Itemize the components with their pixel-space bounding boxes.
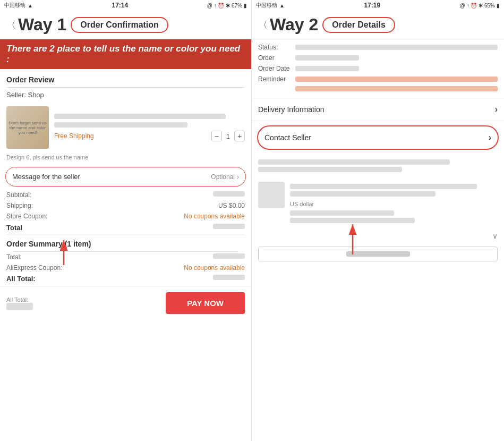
left-screen-title: Order Confirmation [80, 20, 159, 29]
right-price-blur [290, 210, 394, 216]
all-total-blur [213, 275, 245, 280]
aliexpress-coupon-row: AliExpress Coupon: No coupons available [6, 262, 245, 273]
left-carrier-text: 中国移动 [4, 2, 25, 9]
reminder-extra-blur [295, 86, 498, 91]
pay-total-section: All Total: [6, 296, 33, 310]
left-carrier-icons: 中国移动 ▲ [4, 2, 33, 9]
product-image: Don't forget send us the name and color … [6, 106, 49, 149]
right-desc-blur-1 [290, 184, 477, 189]
right-product-thumb [258, 182, 285, 208]
right-product-row: US dollar [252, 177, 504, 230]
total-row: Total [0, 222, 251, 234]
left-icons-text: @ ↑ ⏰ ✱ 67% [207, 3, 242, 9]
right-product-details: US dollar [290, 182, 498, 225]
pay-now-button[interactable]: PAY NOW [166, 292, 245, 314]
free-shipping-label: Free Shipping [54, 132, 94, 140]
status-label: Status: [258, 44, 295, 51]
pay-total-label: All Total: [6, 296, 33, 303]
store-coupon-value: No coupons available [184, 213, 245, 220]
right-status-icons: @ ↑ ⏰ ✱ 65% ▮ [460, 3, 500, 9]
all-total-row: All Total: [6, 273, 245, 284]
status-value-blur [295, 45, 498, 50]
message-seller-chevron: › [237, 173, 239, 181]
left-way-label: Way 1 [18, 15, 66, 35]
subtotal-label: Subtotal: [6, 191, 31, 199]
shipping-label: Shipping: [6, 202, 33, 209]
product-row: Don't forget send us the name and color … [0, 102, 251, 153]
summary-total-blur [213, 253, 245, 259]
delivery-chevron-icon: › [495, 105, 498, 114]
blurred-section [252, 154, 504, 177]
right-carrier-text: 中国移动 [256, 2, 277, 9]
right-time: 17:19 [364, 2, 380, 9]
message-seller-row[interactable]: Message for the seller Optional › [5, 167, 246, 186]
right-back-arrow[interactable]: 〈 [258, 19, 268, 31]
product-desc-blur-2 [54, 122, 187, 128]
subtotal-value-blur [213, 191, 245, 197]
reminder-row: Reminder [258, 75, 498, 83]
right-battery-icon: ▮ [497, 3, 500, 9]
blur-block-2 [258, 167, 402, 172]
right-desc-blur-2 [290, 191, 435, 197]
product-image-label: Don't forget send us the name and color … [6, 120, 49, 136]
left-battery-icon: ▮ [244, 3, 247, 9]
aliexpress-coupon-label: AliExpress Coupon: [6, 264, 62, 272]
contact-seller-chevron-icon: › [489, 133, 491, 142]
reminder-label: Reminder [258, 75, 295, 83]
store-coupon-label: Store Coupon: [6, 213, 47, 220]
input-blur [346, 251, 410, 257]
total-value-blur [213, 224, 245, 229]
dropdown-row: ∨ [252, 230, 504, 242]
contact-seller-row[interactable]: Contact Seller › [257, 125, 499, 150]
order-info-row: Order [258, 54, 498, 62]
quantity-control[interactable]: − 1 + [211, 131, 245, 141]
reminder-value-blur [295, 77, 498, 82]
right-screen-title-oval: Order Details [322, 17, 395, 33]
left-screen-title-oval: Order Confirmation [71, 17, 168, 33]
order-label: Order [258, 54, 295, 62]
design-note: Design 6, pls send us the name [0, 153, 251, 164]
shipping-value: US $0.00 [218, 202, 245, 209]
order-date-value-blur [295, 66, 359, 71]
right-header: 〈 Way 2 Order Details [252, 11, 504, 39]
product-details: Free Shipping − 1 + [54, 114, 245, 141]
right-status-info: Status: Order Order Date Reminder [252, 39, 504, 98]
left-time: 17:14 [112, 2, 128, 9]
chevron-down-icon[interactable]: ∨ [492, 232, 498, 240]
aliexpress-coupon-value: No coupons available [184, 264, 245, 272]
summary-total-label: Total: [6, 253, 22, 261]
qty-plus-btn[interactable]: + [234, 131, 245, 141]
subtotal-row: Subtotal: [0, 190, 251, 200]
left-status-icons: @ ↑ ⏰ ✱ 67% ▮ [207, 3, 247, 9]
message-seller-optional: Optional [211, 173, 235, 181]
right-wifi-icon: ▲ [279, 3, 285, 9]
pay-total-value-blur [6, 303, 33, 310]
right-extra-blur [290, 218, 415, 223]
red-banner-text: There are 2 place to tell us the name or… [6, 44, 245, 65]
order-summary-title: Order Summary (1 item) [6, 240, 245, 251]
right-way-label: Way 2 [270, 15, 318, 35]
summary-total-row: Total: [6, 252, 245, 262]
right-screen-title: Order Details [332, 20, 385, 29]
message-seller-label: Message for the seller [12, 173, 80, 181]
seller-row: Seller: Shop [0, 88, 251, 102]
pay-now-area: All Total: PAY NOW [0, 286, 251, 319]
right-content: Status: Order Order Date Reminder [252, 39, 504, 441]
left-wifi-icon: ▲ [28, 3, 33, 9]
store-coupon-row: Store Coupon: No coupons available [0, 211, 251, 222]
right-icons-text: @ ↑ ⏰ ✱ 65% [460, 3, 495, 9]
input-box[interactable] [258, 247, 498, 261]
message-seller-right: Optional › [211, 173, 239, 181]
order-review-title: Order Review [0, 69, 251, 87]
left-back-arrow[interactable]: 〈 [6, 19, 16, 31]
red-banner: There are 2 place to tell us the name or… [0, 39, 251, 69]
left-header: 〈 Way 1 Order Confirmation [0, 11, 251, 39]
shipping-row: Shipping: US $0.00 [0, 200, 251, 211]
qty-value: 1 [226, 132, 230, 140]
order-value-blur [295, 55, 359, 61]
product-desc-blur-1 [54, 114, 226, 119]
contact-seller-label: Contact Seller [264, 133, 311, 142]
delivery-row[interactable]: Delivery Information › [252, 98, 504, 121]
order-date-label: Order Date [258, 65, 295, 72]
qty-minus-btn[interactable]: − [211, 131, 222, 141]
